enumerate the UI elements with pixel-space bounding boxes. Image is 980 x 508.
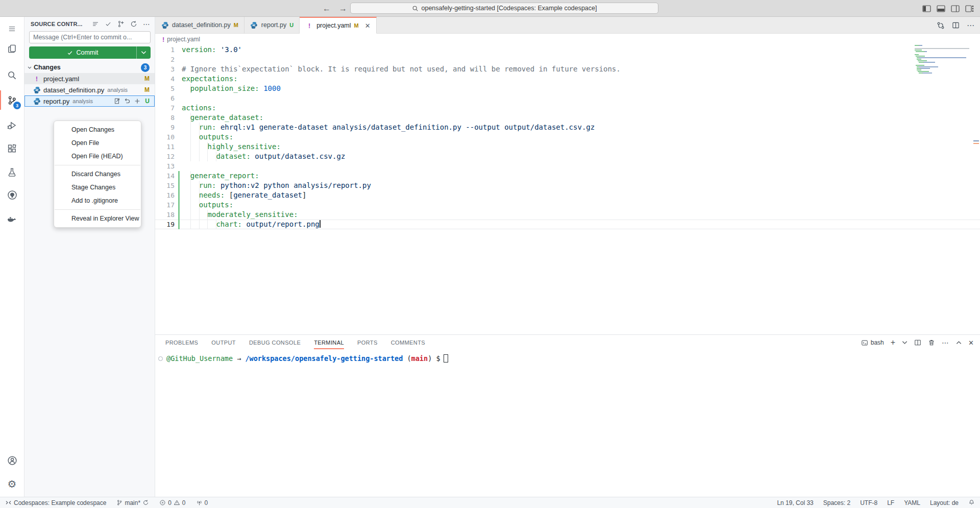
new-terminal-icon[interactable]: +	[891, 338, 895, 347]
source-control-icon[interactable]: 3	[0, 88, 24, 112]
breadcrumb[interactable]: ! project.yaml	[155, 34, 980, 45]
code-line[interactable]: 16 needs: [generate_dataset]	[155, 190, 980, 200]
search-view-icon[interactable]	[0, 63, 24, 87]
panel-tab-terminal[interactable]: TERMINAL	[314, 340, 344, 346]
line-number: 6	[155, 93, 175, 103]
indentation[interactable]: Spaces: 2	[823, 499, 850, 506]
layout-indicator[interactable]: Layout: de	[930, 499, 959, 506]
problems-indicator[interactable]: 0 0	[159, 499, 185, 506]
create-branch-icon[interactable]	[117, 20, 125, 28]
scm-file-row-dataset_definition.py[interactable]: dataset_definition.pyanalysisM	[24, 84, 155, 95]
menu-item-open-file[interactable]: Open File	[54, 136, 141, 150]
encoding[interactable]: UTF-8	[860, 499, 877, 506]
customize-layout-icon[interactable]	[965, 5, 974, 12]
minimap[interactable]	[915, 45, 972, 74]
panel-tab-comments[interactable]: COMMENTS	[391, 340, 425, 346]
commit-dropdown-button[interactable]	[136, 46, 151, 59]
navigate-back-icon[interactable]: ←	[323, 4, 331, 13]
menu-item-open-file-head-[interactable]: Open File (HEAD)	[54, 150, 141, 163]
menu-item-add-to-gitignore[interactable]: Add to .gitignore	[54, 194, 141, 207]
toggle-panel-icon[interactable]	[937, 5, 945, 12]
stage-changes-icon[interactable]	[134, 98, 141, 105]
kill-terminal-trash-icon[interactable]	[928, 339, 935, 346]
code-line[interactable]: 12 dataset: output/dataset.csv.gz	[155, 152, 980, 161]
testing-icon[interactable]	[0, 160, 24, 184]
navigate-forward-icon[interactable]: →	[339, 4, 347, 13]
code-line[interactable]: 11 highly_sensitive:	[155, 142, 980, 152]
branch-indicator[interactable]: main*	[116, 499, 149, 506]
panel-tab-debug-console[interactable]: DEBUG CONSOLE	[249, 340, 301, 346]
code-line[interactable]: 1version: '3.0'	[155, 45, 980, 55]
open-changes-icon[interactable]	[937, 21, 945, 30]
discard-changes-icon[interactable]	[124, 98, 131, 105]
code-line[interactable]: 2	[155, 55, 980, 64]
file-name: project.yaml	[43, 75, 79, 83]
menu-item-discard-changes[interactable]: Discard Changes	[54, 167, 141, 181]
editor-code-area[interactable]: 1version: '3.0'23# Ignore this`expectati…	[155, 45, 980, 334]
code-line[interactable]: 7actions:	[155, 103, 980, 113]
menu-item-stage-changes[interactable]: Stage Changes	[54, 181, 141, 194]
changes-section-header[interactable]: Changes 3	[24, 62, 155, 73]
code-line[interactable]: 19 chart: output/report.png	[155, 220, 980, 229]
settings-gear-icon[interactable]: ⚙	[0, 472, 24, 496]
panel-tab-problems[interactable]: PROBLEMS	[165, 340, 198, 346]
terminal-instance-label[interactable]: bash	[861, 339, 884, 346]
code-line[interactable]: 14 generate_report:	[155, 171, 980, 181]
launch-profile-chevron-icon[interactable]	[902, 341, 908, 345]
code-line[interactable]: 18 moderately_sensitive:	[155, 210, 980, 220]
scm-file-row-report.py[interactable]: report.pyanalysisU	[24, 95, 155, 107]
ports-indicator[interactable]: 0	[196, 499, 208, 506]
code-line[interactable]: 5 population_size: 1000	[155, 84, 980, 93]
split-editor-icon[interactable]	[952, 21, 960, 29]
terminal[interactable]: @GitHub_Username → /workspaces/opensafel…	[155, 350, 980, 362]
command-center-search[interactable]: opensafely-getting-started [Codespaces: …	[350, 3, 658, 14]
refresh-icon[interactable]	[130, 20, 137, 28]
editor-tab-report.py[interactable]: report.pyU	[244, 17, 300, 33]
breadcrumb-filename: project.yaml	[167, 36, 200, 43]
menu-item-reveal-in-explorer-view[interactable]: Reveal in Explorer View	[54, 212, 141, 225]
explorer-icon[interactable]	[0, 37, 24, 60]
line-number: 10	[155, 132, 175, 142]
toggle-secondary-sidebar-icon[interactable]	[951, 5, 960, 12]
account-icon[interactable]	[0, 449, 24, 472]
code-line[interactable]: 4expectations:	[155, 74, 980, 84]
panel-tab-ports[interactable]: PORTS	[357, 340, 378, 346]
scm-file-row-project.yaml[interactable]: !project.yamlM	[24, 73, 155, 84]
close-tab-icon[interactable]: ✕	[365, 22, 371, 30]
maximize-panel-chevron-icon[interactable]	[956, 341, 962, 345]
editor-tab-dataset_definition.py[interactable]: dataset_definition.pyM	[155, 17, 244, 33]
notifications-bell-icon[interactable]	[968, 499, 975, 506]
code-line[interactable]: 8 generate_dataset:	[155, 113, 980, 123]
sidebar-header: SOURCE CONTR... ⋯	[24, 17, 155, 30]
close-panel-icon[interactable]: ✕	[968, 339, 974, 347]
remote-indicator[interactable]: Codespaces: Example codespace	[5, 499, 106, 506]
python-file-icon	[33, 86, 41, 94]
code-line[interactable]: 3# Ignore this`expectation` block. It is…	[155, 64, 980, 74]
more-actions-icon[interactable]: ⋯	[967, 21, 975, 30]
eol-sequence[interactable]: LF	[887, 499, 894, 506]
view-and-sort-icon[interactable]	[92, 21, 99, 27]
docker-icon[interactable]	[0, 208, 24, 231]
language-mode[interactable]: YAML	[904, 499, 920, 506]
code-line[interactable]: 10 outputs:	[155, 132, 980, 142]
code-line[interactable]: 13	[155, 161, 980, 171]
code-line[interactable]: 17 outputs:	[155, 200, 980, 210]
run-and-debug-icon[interactable]	[0, 113, 24, 137]
extensions-icon[interactable]	[0, 137, 24, 160]
commit-message-input[interactable]	[29, 31, 151, 43]
commit-check-icon[interactable]	[105, 21, 112, 27]
editor-tab-project.yaml[interactable]: !project.yamlM✕	[300, 17, 376, 34]
toggle-primary-sidebar-icon[interactable]	[922, 5, 931, 12]
code-line[interactable]: 15 run: python:v2 python analysis/report…	[155, 181, 980, 190]
menu-item-open-changes[interactable]: Open Changes	[54, 123, 141, 136]
open-file-icon[interactable]	[113, 98, 120, 105]
cursor-position[interactable]: Ln 19, Col 33	[777, 499, 813, 506]
more-actions-icon[interactable]: ⋯	[942, 338, 949, 347]
code-line[interactable]: 9 run: ehrql:v1 generate-dataset analysi…	[155, 123, 980, 132]
github-icon[interactable]	[0, 183, 24, 207]
panel-tab-output[interactable]: OUTPUT	[211, 340, 236, 346]
commit-button[interactable]: Commit	[29, 46, 151, 59]
split-terminal-icon[interactable]	[914, 339, 921, 346]
more-actions-icon[interactable]: ⋯	[143, 20, 151, 28]
code-line[interactable]: 6	[155, 93, 980, 103]
